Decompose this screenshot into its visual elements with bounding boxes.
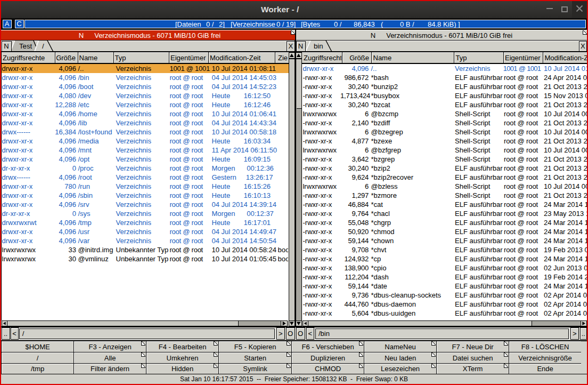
svg-text:bin: bin: [314, 42, 323, 50]
svg-text:/: /: [42, 42, 44, 50]
svg-text:Test: Test: [19, 42, 32, 50]
